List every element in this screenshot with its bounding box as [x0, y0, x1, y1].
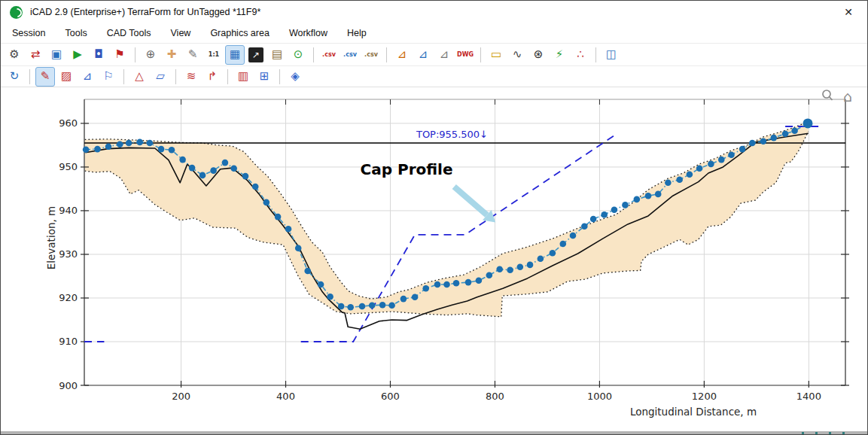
chart-home-icon[interactable]: ⌂ — [840, 89, 855, 104]
menu-item-help[interactable]: Help — [337, 26, 376, 41]
svg-text:1200: 1200 — [692, 391, 717, 402]
app-logo-icon — [10, 6, 23, 19]
display-settings-icon[interactable]: ◫ — [602, 45, 621, 65]
section-view-icon[interactable]: ⊿ — [78, 67, 97, 87]
chart-canvas[interactable]: ⌂ 20040060080010001200140090091092093094… — [1, 87, 867, 431]
toolbar-separator — [386, 47, 387, 62]
chart-zoom-icon[interactable] — [821, 89, 836, 104]
actual-size-icon[interactable]: 1:1 — [204, 45, 224, 65]
zoom-in-icon[interactable]: ⊕ — [141, 45, 160, 65]
clear-csv-icon[interactable]: .csv — [361, 45, 381, 65]
svg-text:920: 920 — [59, 292, 78, 303]
svg-text:200: 200 — [172, 391, 190, 402]
svg-text:930: 930 — [59, 248, 78, 260]
toolbar-separator — [595, 47, 596, 62]
toolbar-separator — [480, 47, 481, 62]
magic-wand-icon[interactable]: ⚡ — [550, 45, 569, 65]
x-axis-label: Longitudinal Distance, m — [630, 406, 757, 418]
window-title: iCAD 2.9 (Enterprise+) TerraForm for UnT… — [30, 7, 260, 17]
magnifier-glyph — [821, 89, 834, 102]
profile-table-icon[interactable]: ▥ — [233, 67, 253, 87]
measure-ruler-icon[interactable]: ▭ — [486, 45, 506, 65]
export-csv-icon[interactable]: .csv — [319, 45, 339, 65]
session-link-icon[interactable]: ⇄ — [26, 45, 45, 65]
edit-report-icon[interactable]: ▤ — [267, 45, 287, 65]
svg-text:1000: 1000 — [587, 391, 612, 402]
edit-profile-icon[interactable]: ✎ — [35, 67, 55, 87]
toolbar-separator — [135, 47, 136, 62]
svg-text:910: 910 — [59, 336, 78, 347]
delete-session-icon[interactable]: ⚑ — [110, 45, 129, 65]
grid-lines — [84, 99, 845, 385]
svg-text:960: 960 — [59, 117, 78, 129]
toolbar-separator — [279, 69, 280, 84]
open-session-icon[interactable]: ▶ — [68, 45, 87, 65]
profile-view-icon[interactable]: ▨ — [56, 67, 76, 87]
plot-window-icon[interactable]: ⊿ — [413, 45, 433, 65]
grid-toggle-icon[interactable]: ▦ — [225, 45, 245, 65]
menu-item-cad-tools[interactable]: CAD Tools — [97, 26, 161, 41]
new-session-icon[interactable]: ▣ — [47, 45, 66, 65]
menu-item-workflow[interactable]: Workflow — [279, 26, 337, 41]
plot-labels-icon[interactable]: ⊿ — [434, 45, 454, 65]
toolbar-separator — [123, 69, 124, 84]
data-table-icon[interactable]: ⊞ — [254, 67, 274, 87]
settings-gear-icon[interactable]: ⚙ — [5, 45, 24, 65]
cap-profile-annotation: Cap Profile — [361, 160, 453, 178]
menu-item-view[interactable]: View — [161, 26, 201, 41]
toolbar-separator — [227, 69, 228, 84]
menu-bar: SessionToolsCAD ToolsViewGraphics areaWo… — [1, 23, 867, 43]
svg-text:950: 950 — [59, 161, 78, 172]
title-bar: iCAD 2.9 (Enterprise+) TerraForm for UnT… — [1, 1, 867, 23]
polygon-tool-icon[interactable]: ▱ — [151, 67, 170, 87]
theme-layers-icon[interactable]: ◈ — [285, 67, 305, 87]
y-axis-label: Elevation, m — [45, 206, 57, 269]
svg-text:940: 940 — [59, 205, 78, 216]
svg-text:1400: 1400 — [796, 391, 821, 402]
pan-hand-icon[interactable]: ✚ — [162, 45, 181, 65]
close-icon[interactable]: ✕ — [836, 2, 861, 22]
svg-text:600: 600 — [381, 391, 400, 402]
pick-annotate-icon[interactable]: ✎ — [183, 45, 203, 65]
bottom-edge-strip — [1, 431, 867, 434]
snap-points-icon[interactable]: ∴ — [571, 45, 590, 65]
layers-flow-icon[interactable]: ≋ — [181, 67, 201, 87]
svg-text:400: 400 — [276, 391, 295, 402]
save-session-icon[interactable]: ◘ — [89, 45, 108, 65]
fit-view-icon[interactable]: ↗ — [248, 47, 263, 62]
svg-text:800: 800 — [486, 391, 504, 402]
menu-item-tools[interactable]: Tools — [55, 26, 96, 41]
target-settings-icon[interactable]: ⊛ — [528, 45, 548, 65]
toolbar-separator — [175, 69, 176, 84]
export-dwg-icon[interactable]: DWG — [455, 45, 475, 65]
run-tool-icon[interactable]: ⊙ — [288, 45, 308, 65]
station-flag-icon[interactable]: ⚐ — [99, 67, 118, 87]
toolbar-separator — [29, 69, 30, 84]
profile-plot: 2004006008001000120014009009109209309409… — [1, 87, 868, 435]
spline-curve-icon[interactable]: ∿ — [507, 45, 527, 65]
main-toolbar: ⚙⇄▣▶◘⚑⊕✚✎1:1▦↗▤⊙.csv.csv.csv⊿⊿⊿DWG▭∿⊛⚡∴◫ — [1, 43, 867, 65]
top-elevation-label: TOP:955.500↓ — [416, 129, 488, 140]
svg-text:900: 900 — [59, 380, 78, 391]
menu-item-session[interactable]: Session — [2, 26, 55, 41]
profile-toolbar: ↻✎▨⊿⚐△▱≋↱▥⊞◈ — [1, 65, 867, 87]
tin-mesh-icon[interactable]: △ — [129, 67, 149, 87]
refresh-view-icon[interactable]: ↻ — [5, 67, 24, 87]
new-plot-icon[interactable]: ⊿ — [392, 45, 412, 65]
app-window: iCAD 2.9 (Enterprise+) TerraForm for UnT… — [0, 0, 868, 435]
menu-item-graphics-area[interactable]: Graphics area — [200, 26, 279, 41]
import-csv-icon[interactable]: .csv — [340, 45, 360, 65]
chart-toolbar: ⌂ — [821, 89, 855, 104]
toolbar-separator — [313, 47, 314, 62]
flow-path-icon[interactable]: ↱ — [203, 67, 222, 87]
